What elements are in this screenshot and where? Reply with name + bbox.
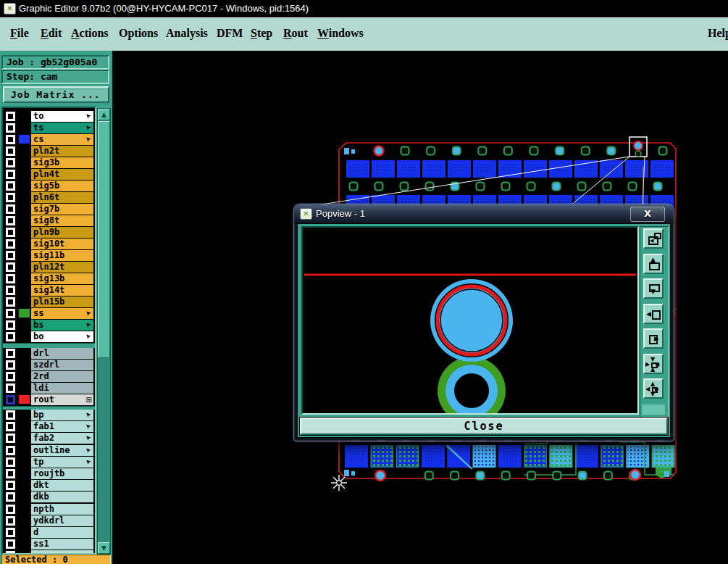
layer-checkbox[interactable] bbox=[6, 112, 15, 121]
pan-button[interactable]: ▲▼◀▶ bbox=[643, 378, 664, 399]
layer-checkbox[interactable] bbox=[6, 481, 15, 490]
layer-row-2rd[interactable]: 2rd bbox=[3, 371, 95, 382]
layer-checkbox[interactable] bbox=[6, 204, 15, 214]
layer-row-d[interactable]: d bbox=[3, 527, 95, 538]
layer-checkbox[interactable] bbox=[6, 135, 15, 144]
layer-row-pln15b[interactable]: pln15b bbox=[3, 296, 95, 307]
shift-right-button[interactable]: ▶ bbox=[643, 328, 664, 349]
layer-checkbox[interactable] bbox=[6, 516, 15, 526]
layer-checkbox[interactable] bbox=[6, 297, 15, 307]
layer-row-szdrl[interactable]: szdrl bbox=[3, 360, 95, 370]
shift-down-button[interactable]: ▼ bbox=[643, 278, 664, 299]
layer-row-ldi[interactable]: ldi bbox=[3, 383, 95, 394]
shift-up-button[interactable]: ▲ bbox=[643, 254, 664, 274]
layer-checkbox[interactable] bbox=[6, 332, 15, 341]
layer-checkbox[interactable] bbox=[6, 457, 15, 467]
popview-close-icon[interactable]: X bbox=[630, 207, 665, 222]
layer-checkbox[interactable] bbox=[6, 372, 15, 381]
layer-checkbox[interactable] bbox=[6, 505, 15, 514]
menu-step[interactable]: Step bbox=[251, 27, 272, 40]
layer-row-fab2[interactable]: fab2➤ bbox=[3, 433, 95, 444]
popview-canvas[interactable] bbox=[301, 226, 639, 415]
layer-checkbox[interactable] bbox=[6, 228, 15, 237]
layer-checkbox[interactable] bbox=[6, 383, 15, 393]
layer-row-rout[interactable]: rout⊞ bbox=[3, 394, 95, 405]
menu-dfm[interactable]: DFM bbox=[217, 27, 243, 40]
layer-checkbox[interactable] bbox=[6, 360, 15, 370]
menu-file[interactable]: File bbox=[10, 27, 29, 40]
layer-checkbox[interactable] bbox=[6, 181, 15, 191]
layer-checkbox[interactable] bbox=[6, 146, 15, 156]
layer-row-bp[interactable]: bp➤ bbox=[3, 410, 95, 420]
layer-row-pln4t[interactable]: pln4t bbox=[3, 169, 95, 180]
layer-checkbox[interactable] bbox=[6, 216, 15, 225]
layer-checkbox[interactable] bbox=[6, 286, 15, 295]
layer-checkbox[interactable] bbox=[6, 309, 15, 318]
layer-checkbox[interactable] bbox=[6, 528, 15, 537]
layer-row-sig5b[interactable]: sig5b bbox=[3, 181, 95, 191]
layer-checkbox[interactable] bbox=[6, 123, 15, 133]
layer-row-npth[interactable]: npth bbox=[3, 504, 95, 515]
zoom-fit-button[interactable]: ▼▲▶◀ bbox=[643, 354, 664, 374]
layer-row-fab1[interactable]: fab1➤ bbox=[3, 421, 95, 432]
shift-left-button[interactable]: ◀ bbox=[643, 304, 664, 324]
popview-window[interactable]: ✕ Popview - 1 X ◀▲▼◀▶▼▲▶◀▲▼◀▶ Close bbox=[294, 204, 674, 441]
layer-row-pln12t[interactable]: pln12t bbox=[3, 262, 95, 273]
layer-row-cs[interactable]: cs➤ bbox=[3, 134, 95, 145]
layer-row-sig3b[interactable]: sig3b bbox=[3, 157, 95, 168]
layer-checkbox[interactable] bbox=[6, 239, 15, 249]
layer-row-pln6t[interactable]: pln6t bbox=[3, 192, 95, 203]
layer-checkbox[interactable] bbox=[6, 395, 15, 405]
layer-row-drl[interactable]: drl bbox=[3, 348, 95, 359]
layer-checkbox[interactable] bbox=[6, 251, 15, 260]
layer-row-outline[interactable]: outline➤ bbox=[3, 445, 95, 456]
menu-rout[interactable]: Rout bbox=[283, 27, 308, 40]
layer-checkbox[interactable] bbox=[6, 262, 15, 272]
layer-row-roujtb[interactable]: roujtb bbox=[3, 468, 95, 479]
menu-windows[interactable]: Windows bbox=[317, 27, 364, 40]
scroll-up-icon[interactable]: ▲ bbox=[98, 109, 110, 120]
close-button[interactable]: Close bbox=[300, 418, 668, 435]
window-titlebar[interactable]: ✕ Graphic Editor 9.07b2 (00@HY-HYCAM-PC0… bbox=[0, 0, 728, 18]
layer-checkbox[interactable] bbox=[6, 446, 15, 455]
layer-checkbox[interactable] bbox=[6, 410, 15, 420]
layer-row-bs[interactable]: bs➤ bbox=[3, 320, 95, 331]
menu-analysis[interactable]: Analysis bbox=[166, 27, 208, 40]
layer-row-sig13b[interactable]: sig13b bbox=[3, 273, 95, 284]
layer-row-sig14t[interactable]: sig14t bbox=[3, 285, 95, 296]
layer-checkbox[interactable] bbox=[6, 539, 15, 549]
layer-row-ss[interactable]: ss➤ bbox=[3, 308, 95, 319]
layer-row-ydkdrl[interactable]: ydkdrl bbox=[3, 515, 95, 526]
layer-row-sig11b[interactable]: sig11b bbox=[3, 250, 95, 261]
popview-titlebar[interactable]: ✕ Popview - 1 X bbox=[294, 204, 674, 223]
scrollbar-thumb[interactable] bbox=[98, 121, 110, 358]
new-popview-button[interactable]: ◀ bbox=[643, 228, 664, 249]
layer-row-ts[interactable]: ts➤ bbox=[3, 123, 95, 133]
layer-checkbox[interactable] bbox=[6, 274, 15, 283]
layer-row-bo[interactable]: bo➤ bbox=[3, 331, 95, 342]
layer-row-sig10t[interactable]: sig10t bbox=[3, 239, 95, 249]
menu-edit[interactable]: Edit bbox=[41, 27, 62, 40]
layer-checkbox[interactable] bbox=[6, 492, 15, 502]
layer-checkbox[interactable] bbox=[6, 170, 15, 179]
layer-checkbox[interactable] bbox=[6, 349, 15, 358]
layer-row-tp[interactable]: tp➤ bbox=[3, 457, 95, 468]
layer-row-dkb[interactable]: dkb bbox=[3, 492, 95, 502]
menu-actions[interactable]: Actions bbox=[71, 27, 109, 40]
layer-row-ss1[interactable]: ss1 bbox=[3, 539, 95, 550]
layer-checkbox[interactable] bbox=[6, 158, 15, 167]
layer-list-scrollbar[interactable]: ▲ ▼ bbox=[97, 108, 111, 555]
layer-row-pln2t[interactable]: pln2t bbox=[3, 146, 95, 157]
layer-checkbox[interactable] bbox=[6, 422, 15, 431]
scroll-down-icon[interactable]: ▼ bbox=[98, 542, 110, 554]
menu-options[interactable]: Options bbox=[119, 27, 158, 40]
layer-row-sig8t[interactable]: sig8t bbox=[3, 215, 95, 226]
layer-checkbox[interactable] bbox=[6, 193, 15, 202]
layer-row-dkt[interactable]: dkt bbox=[3, 480, 95, 491]
menu-help[interactable]: Help bbox=[708, 27, 728, 40]
layer-checkbox[interactable] bbox=[6, 469, 15, 478]
layer-checkbox[interactable] bbox=[6, 434, 15, 443]
job-matrix-button[interactable]: Job Matrix ... bbox=[3, 86, 109, 103]
layer-row-pln9b[interactable]: pln9b bbox=[3, 227, 95, 238]
layer-row-to[interactable]: to➤ bbox=[3, 111, 95, 122]
